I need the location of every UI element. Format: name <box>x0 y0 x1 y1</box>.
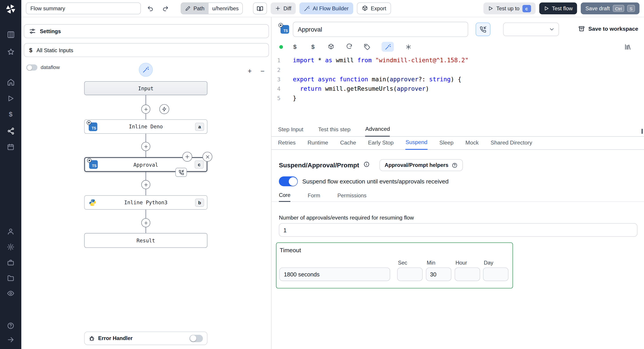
flow-summary-input[interactable] <box>26 2 141 14</box>
python-node-label: Inline Python3 <box>84 199 207 205</box>
path-button[interactable]: Path u/henri/bes <box>181 2 243 14</box>
flows-graph-icon[interactable] <box>6 126 16 136</box>
add-trigger-zap-button[interactable] <box>160 104 169 114</box>
tab-cache[interactable]: Cache <box>340 140 356 149</box>
typescript-icon: TS <box>280 25 289 33</box>
save-draft-label: Save draft <box>586 5 610 11</box>
save-draft-button[interactable]: Save draft Ctrl S <box>581 2 640 14</box>
tab-step-input[interactable]: Step Input <box>278 126 304 136</box>
tag-icon[interactable] <box>364 43 371 50</box>
folder-icon[interactable] <box>6 273 16 283</box>
archive-box-icon <box>578 25 585 32</box>
code-gutter: 12345 <box>272 56 280 103</box>
timeout-day-label: Day <box>484 260 493 266</box>
add-step-button[interactable] <box>141 218 150 227</box>
redo-button[interactable] <box>160 3 171 14</box>
ai-flow-builder-label: AI Flow Builder <box>312 5 348 11</box>
home-icon[interactable] <box>6 77 16 87</box>
test-up-to-button[interactable]: Test up to c <box>484 2 536 14</box>
timeout-sec-input[interactable] <box>397 268 423 281</box>
all-static-inputs-button[interactable]: $ All Static Inputs <box>24 43 269 57</box>
flow-node-inline-python3[interactable]: Inline Python3 b <box>84 195 207 210</box>
collapse-arrow-icon[interactable] <box>6 335 16 345</box>
error-handler-toggle[interactable] <box>189 335 203 342</box>
test-flow-button[interactable]: Test flow <box>539 2 578 14</box>
add-step-button[interactable] <box>141 105 150 114</box>
undo-button[interactable] <box>145 3 156 14</box>
tab-suspend[interactable]: Suspend <box>406 139 428 150</box>
user-icon[interactable] <box>6 227 16 236</box>
docs-book-button[interactable] <box>253 2 267 14</box>
tab-shared-directory[interactable]: Shared Directory <box>490 140 532 149</box>
star-icon[interactable] <box>6 47 16 57</box>
variable-picker-icon[interactable]: $ <box>291 43 299 50</box>
chevron-down-icon <box>549 26 555 32</box>
error-handler-bar[interactable]: Error Handler <box>84 332 207 345</box>
code-valid-indicator <box>279 45 283 49</box>
move-step-button[interactable] <box>182 152 192 162</box>
tab-mock[interactable]: Mock <box>466 140 479 149</box>
step-options-select[interactable] <box>503 23 559 36</box>
runs-play-icon[interactable] <box>6 94 16 103</box>
variables-dollar-icon[interactable]: $ <box>6 109 16 119</box>
tab-runtime[interactable]: Runtime <box>308 140 328 149</box>
tab-sleep[interactable]: Sleep <box>439 140 454 149</box>
info-icon[interactable] <box>363 161 369 169</box>
delete-step-button[interactable] <box>202 152 212 162</box>
format-asterisk-icon[interactable] <box>404 43 412 50</box>
book-open-icon <box>257 5 263 12</box>
add-step-button[interactable] <box>141 180 150 189</box>
library-icon[interactable] <box>624 43 631 50</box>
briefcase-icon[interactable] <box>6 258 16 268</box>
timeout-min-input[interactable] <box>426 268 452 281</box>
add-step-button[interactable] <box>141 142 150 151</box>
diff-button[interactable]: Diff <box>271 2 296 14</box>
reset-refresh-icon[interactable] <box>345 43 353 50</box>
resource-picker-icon[interactable]: $ <box>309 43 316 50</box>
tab-core[interactable]: Core <box>279 192 290 202</box>
pencil-icon <box>185 6 190 11</box>
ai-graph-wand-button[interactable] <box>139 63 153 77</box>
save-to-workspace-button[interactable]: Save to workspace <box>578 25 638 32</box>
ai-assistant-wand-button[interactable] <box>382 42 394 52</box>
windmill-logo[interactable] <box>5 3 16 15</box>
suspend-toggle[interactable] <box>279 177 298 186</box>
timeout-total-input[interactable] <box>279 268 390 281</box>
zoom-out-button[interactable]: − <box>258 66 267 76</box>
tab-form[interactable]: Form <box>308 192 320 201</box>
ai-flow-builder-button[interactable]: AI Flow Builder <box>300 2 353 14</box>
code-toolbar: $ $ <box>272 41 644 52</box>
package-icon[interactable] <box>328 43 335 50</box>
phone-incoming-icon[interactable] <box>175 168 187 177</box>
timeout-hour-input[interactable] <box>455 268 480 281</box>
timeout-day-input[interactable] <box>483 268 508 281</box>
flow-settings-button[interactable]: Settings <box>24 24 269 38</box>
approval-prompt-helpers-button[interactable]: Approval/Prompt helpers <box>379 159 462 171</box>
tab-test-this-step[interactable]: Test this step <box>318 126 350 136</box>
help-circle-icon[interactable] <box>6 321 16 331</box>
dataflow-toggle[interactable] <box>26 64 37 70</box>
step-name-input[interactable] <box>293 22 468 37</box>
flow-node-input[interactable]: Input <box>84 81 207 95</box>
export-button[interactable]: Export <box>357 2 391 14</box>
ctrl-kbd-badge: Ctrl <box>612 5 624 12</box>
flow-node-result[interactable]: Result <box>84 233 207 248</box>
package-icon <box>362 5 368 11</box>
code-editor[interactable]: 12345 import * as wmill from "windmill-c… <box>272 53 644 123</box>
windmill-flow-editor: $ Path u/henri/bes Diff A <box>0 0 644 349</box>
tab-early-stop[interactable]: Early Stop <box>368 140 394 149</box>
approval-phone-button[interactable] <box>476 23 490 36</box>
tab-advanced[interactable]: Advanced <box>365 126 390 137</box>
flow-node-inline-deno[interactable]: TS Inline Deno a <box>84 119 207 134</box>
board-columns-icon[interactable] <box>6 29 16 39</box>
approvals-count-input[interactable] <box>279 223 638 237</box>
tab-retries[interactable]: Retries <box>278 140 296 149</box>
zoom-in-button[interactable]: + <box>245 66 255 76</box>
gear-icon[interactable] <box>6 242 16 252</box>
step-status-overlay-icon <box>278 23 283 27</box>
eye-icon[interactable] <box>6 289 16 298</box>
test-flow-label: Test flow <box>552 5 573 11</box>
tab-permissions[interactable]: Permissions <box>338 192 366 201</box>
approval-node-label: Approval <box>85 161 206 168</box>
schedules-calendar-icon[interactable] <box>6 142 16 152</box>
